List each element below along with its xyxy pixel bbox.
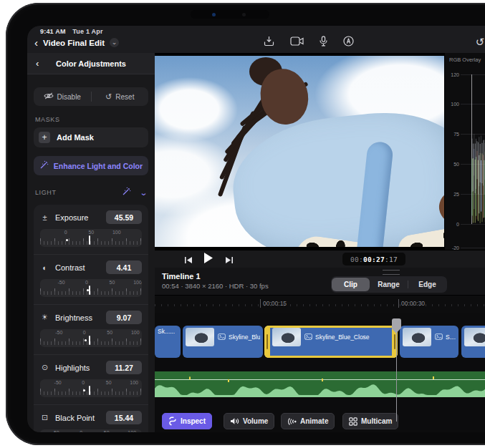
- volume-button[interactable]: Volume: [224, 413, 274, 429]
- multicam-button[interactable]: Multicam: [342, 413, 398, 429]
- mic-icon[interactable]: [320, 36, 327, 47]
- back-chevron-icon[interactable]: ‹: [34, 37, 38, 48]
- timecode-display[interactable]: 00:00:27:17: [342, 253, 405, 266]
- screenshot-stage: { "status_bar": { "time": "9:41 AM", "da…: [0, 0, 485, 448]
- status-time: 9:41 AM: [40, 28, 66, 35]
- magic-wand-icon: [39, 160, 49, 171]
- timeline-header: Timeline 1 00:54 · 3840 × 2160 · HDR · 3…: [155, 268, 485, 295]
- contrast-icon: ◐: [40, 263, 49, 272]
- clip-selected[interactable]: Skyline_Blue_Close: [264, 326, 398, 358]
- auto-enhance-wand-icon[interactable]: [122, 186, 131, 199]
- playhead-line[interactable]: [396, 321, 397, 422]
- mode-edge[interactable]: Edge: [408, 278, 446, 291]
- clip[interactable]: Sk......: [155, 326, 181, 358]
- scale-label: 100: [133, 280, 142, 285]
- camera-icon[interactable]: [290, 36, 304, 46]
- eye-off-icon: [44, 92, 54, 101]
- param-value-field[interactable]: 9.07: [106, 311, 142, 324]
- scope-gridline: [461, 248, 485, 248]
- param-slider[interactable]: -50050100: [40, 379, 142, 397]
- scale-label: 50: [107, 330, 112, 335]
- param-slider[interactable]: -50050100: [40, 279, 142, 297]
- plus-icon: +: [39, 132, 50, 143]
- scale-label: -50: [52, 430, 59, 432]
- param-slider[interactable]: -50050100: [40, 329, 142, 347]
- playhead-handle[interactable]: [392, 318, 401, 329]
- project-title[interactable]: Video Final Edit: [43, 39, 105, 47]
- add-mask-label: Add Mask: [57, 133, 94, 142]
- ruler-time-label: 00:00:30: [398, 299, 425, 308]
- slider-ticks: [40, 389, 142, 395]
- param-name: Contrast: [55, 263, 100, 272]
- preview-photo: [155, 56, 444, 247]
- scale-label: -50: [57, 280, 64, 285]
- play-button[interactable]: [203, 253, 213, 266]
- scope-tick-label: 25: [453, 192, 459, 197]
- photo-icon: [218, 333, 226, 341]
- add-mask-button[interactable]: + Add Mask: [34, 127, 148, 147]
- panel-back-chevron-icon[interactable]: ‹: [36, 59, 39, 68]
- param-slider[interactable]: 050100: [40, 229, 142, 247]
- video-track: Sk......Skyline_Blue_WideSkyline_Blue_Cl…: [155, 326, 485, 358]
- undo-icon[interactable]: ↺: [476, 36, 485, 49]
- trim-handle-left[interactable]: [264, 326, 270, 358]
- disable-button[interactable]: Disable: [34, 87, 91, 106]
- param-name: Black Point: [55, 414, 100, 422]
- reset-label: Reset: [115, 93, 134, 101]
- param-value-field[interactable]: 4.41: [106, 260, 142, 274]
- title-dropdown-chevron-icon[interactable]: ⌄: [110, 38, 119, 47]
- param-contrast: ◐Contrast4.41-50050100: [34, 255, 148, 305]
- animate-button[interactable]: Animate: [281, 413, 335, 429]
- slider-ticks: [40, 238, 142, 245]
- light-parameters-card: ±Exposure45.59050100◐Contrast4.41-500501…: [34, 205, 148, 432]
- clip[interactable]: S......: [400, 326, 458, 358]
- timeline-meta: 00:54 · 3840 × 2160 · HDR · 30 fps: [162, 282, 269, 290]
- enhance-light-color-button[interactable]: Enhance Light and Color: [34, 156, 148, 175]
- param-value-field[interactable]: 15.44: [106, 411, 142, 424]
- param-value-field[interactable]: 45.59: [106, 210, 142, 224]
- import-icon[interactable]: [264, 36, 274, 47]
- param-slider[interactable]: -50050100: [40, 429, 142, 432]
- param-brightness: ☀Brightness9.07-50050100: [34, 305, 148, 355]
- previous-frame-button[interactable]: [185, 254, 193, 267]
- rgb-overlay-scope: RGB Overlay 1201007550250-20: [444, 53, 485, 250]
- clip[interactable]: Skyline_Blue_Wide: [183, 326, 263, 358]
- scale-label: -50: [54, 380, 62, 385]
- pencil-icon[interactable]: [343, 36, 354, 47]
- scope-tick-label: 100: [451, 102, 459, 107]
- animate-icon: [287, 417, 297, 426]
- mode-clip[interactable]: Clip: [332, 278, 370, 291]
- light-section-label: LIGHT: [35, 189, 122, 196]
- scale-label: 50: [106, 380, 112, 385]
- clip[interactable]: [461, 326, 485, 358]
- timeline-ruler[interactable]: 00:00:1500:00:30: [155, 295, 485, 313]
- edit-mode-segment: ClipRangeEdge: [331, 276, 447, 293]
- audio-track[interactable]: [155, 371, 485, 397]
- mode-range[interactable]: Range: [370, 278, 408, 291]
- clip-label: Sk......: [158, 328, 175, 335]
- scope-tick-label: 0: [456, 222, 459, 227]
- clip-label: S......: [435, 333, 456, 341]
- scope-title: RGB Overlay: [449, 57, 481, 63]
- scale-label: 50: [104, 430, 110, 432]
- scale-label: 100: [112, 230, 121, 235]
- reset-button[interactable]: ↺ Reset: [92, 87, 149, 106]
- timeline-drag-handle[interactable]: [383, 270, 400, 275]
- timeline-section: Timeline 1 00:54 · 3840 × 2160 · HDR · 3…: [155, 268, 485, 432]
- inspect-button[interactable]: Inspect: [162, 413, 212, 429]
- scale-label: 100: [130, 380, 138, 385]
- next-frame-button[interactable]: [225, 254, 233, 267]
- slider-ticks: [40, 288, 142, 295]
- clip-thumbnail: [464, 328, 485, 346]
- scale-label: 0: [80, 430, 82, 432]
- clip-thumbnail: [272, 328, 301, 346]
- photo-icon: [435, 333, 443, 341]
- scale-label: 0: [64, 230, 67, 235]
- scale-label: 100: [131, 330, 140, 335]
- scale-label: 50: [110, 280, 115, 285]
- param-value-field[interactable]: 11.27: [106, 361, 142, 374]
- disable-reset-segment: Disable ↺ Reset: [34, 87, 148, 106]
- timeline-tracks: Sk......Skyline_Blue_WideSkyline_Blue_Cl…: [155, 313, 485, 432]
- front-camera-lens: [242, 13, 246, 16]
- collapse-chevron-icon[interactable]: ⌄: [140, 189, 148, 197]
